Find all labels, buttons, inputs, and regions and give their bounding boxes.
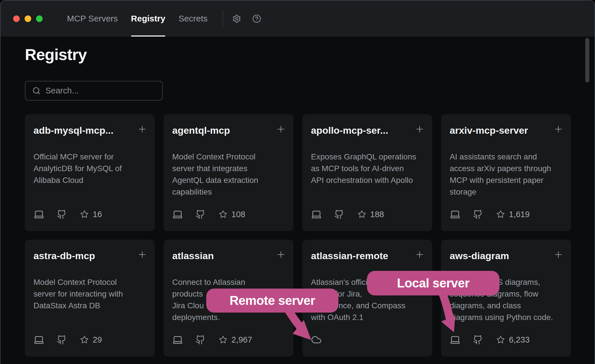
close-button[interactable] — [13, 15, 20, 22]
laptop-icon — [450, 334, 461, 345]
plus-icon — [553, 124, 564, 134]
help-button[interactable] — [251, 12, 263, 25]
server-name: aws-diagram — [450, 249, 550, 262]
server-name: atlassian-remote — [311, 249, 411, 262]
star-icon — [483, 210, 505, 219]
star-icon — [67, 210, 89, 219]
star-icon — [344, 210, 366, 219]
server-name: apollo-mcp-ser... — [311, 124, 411, 137]
titlebar-tabs: MCP Servers Registry Secrets — [67, 1, 208, 37]
star-icon — [67, 335, 89, 344]
server-card[interactable]: aws-diagram Generate AWS diagrams, seque… — [441, 240, 571, 357]
server-description: AI assistants search and access arXiv pa… — [450, 151, 562, 198]
plus-icon — [137, 249, 147, 260]
add-server-button[interactable] — [137, 124, 147, 134]
github-icon[interactable] — [183, 335, 205, 345]
plus-icon — [137, 124, 147, 134]
card-footer: 16 — [33, 209, 146, 220]
card-footer: 6,233 — [450, 334, 562, 345]
settings-button[interactable] — [231, 12, 243, 25]
server-card[interactable]: adb-mysql-mcp... Official MCP server for… — [25, 114, 155, 231]
card-footer: 29 — [33, 334, 146, 345]
github-icon[interactable] — [461, 335, 483, 345]
titlebar-divider — [223, 10, 223, 27]
star-count: 2,967 — [231, 335, 252, 345]
card-footer: 2,967 — [172, 334, 285, 345]
server-card-grid: adb-mysql-mcp... Official MCP server for… — [25, 114, 571, 357]
server-card[interactable]: arxiv-mcp-server AI assistants search an… — [441, 114, 571, 231]
star-count: 188 — [370, 210, 384, 219]
plus-icon — [553, 249, 564, 260]
plus-icon — [414, 249, 425, 260]
star-count: 108 — [231, 210, 245, 219]
server-name: arxiv-mcp-server — [450, 124, 550, 137]
star-icon — [205, 335, 227, 344]
github-icon[interactable] — [44, 209, 67, 219]
github-icon[interactable] — [44, 335, 67, 345]
server-card[interactable]: astra-db-mcp Model Context Protocol serv… — [25, 240, 155, 357]
card-footer: 1,619 — [450, 209, 562, 220]
laptop-icon — [33, 209, 44, 220]
tab-secrets[interactable]: Secrets — [178, 1, 208, 37]
add-server-button[interactable] — [414, 124, 425, 134]
search-input[interactable] — [45, 86, 154, 95]
star-count: 16 — [93, 210, 102, 219]
tab-registry[interactable]: Registry — [131, 1, 165, 37]
add-server-button[interactable] — [414, 249, 425, 260]
zoom-button[interactable] — [36, 15, 43, 22]
cloud-icon — [311, 334, 322, 345]
laptop-icon — [172, 334, 183, 345]
add-server-button[interactable] — [276, 124, 286, 134]
app-window: MCP Servers Registry Secrets Registry ad… — [0, 0, 595, 364]
laptop-icon — [33, 334, 44, 345]
server-name: adb-mysql-mcp... — [33, 124, 134, 137]
add-server-button[interactable] — [137, 249, 147, 260]
local-server-callout-label: Local server — [397, 276, 469, 290]
server-name: astra-db-mcp — [33, 249, 134, 262]
remote-server-callout: Remote server — [206, 289, 338, 313]
add-server-button[interactable] — [553, 124, 564, 134]
card-footer — [311, 334, 424, 345]
server-name: atlassian — [172, 249, 272, 262]
plus-icon — [414, 124, 425, 134]
server-description: Model Context Protocol server that integ… — [172, 151, 285, 198]
registry-page: Registry adb-mysql-mcp... Official MCP s… — [1, 37, 594, 364]
server-description: Model Context Protocol server for intera… — [33, 276, 146, 311]
laptop-icon — [450, 209, 461, 220]
plus-icon — [276, 249, 286, 260]
search-box — [25, 81, 163, 101]
star-count: 29 — [93, 335, 102, 345]
card-footer: 108 — [172, 209, 285, 220]
server-card[interactable]: agentql-mcp Model Context Protocol serve… — [164, 114, 293, 231]
server-name: agentql-mcp — [172, 124, 272, 137]
help-icon — [252, 14, 261, 23]
server-card[interactable]: apollo-mcp-ser... Exposes GraphQL operat… — [302, 114, 432, 231]
gear-icon — [232, 14, 241, 23]
github-icon[interactable] — [461, 209, 483, 219]
search-icon — [32, 87, 41, 95]
minimize-button[interactable] — [25, 15, 31, 22]
add-server-button[interactable] — [276, 249, 286, 260]
star-icon — [483, 335, 505, 344]
page-title: Registry — [25, 45, 87, 64]
server-description: Exposes GraphQL operations as MCP tools … — [311, 151, 424, 186]
server-description: Official MCP server for AnalyticDB for M… — [33, 151, 146, 186]
card-footer: 188 — [311, 209, 424, 220]
star-count: 6,233 — [509, 335, 530, 345]
plus-icon — [276, 124, 286, 134]
laptop-icon — [172, 209, 183, 220]
star-icon — [205, 210, 227, 219]
laptop-icon — [311, 209, 322, 220]
traffic-lights — [13, 15, 43, 22]
remote-server-callout-label: Remote server — [229, 293, 315, 308]
add-server-button[interactable] — [553, 249, 564, 260]
scrollbar-thumb[interactable] — [585, 38, 589, 83]
local-server-callout: Local server — [367, 271, 499, 295]
github-icon[interactable] — [322, 209, 344, 219]
tab-mcp-servers[interactable]: MCP Servers — [67, 1, 118, 37]
github-icon[interactable] — [183, 209, 205, 219]
titlebar: MCP Servers Registry Secrets — [1, 1, 594, 37]
star-count: 1,619 — [509, 210, 530, 219]
